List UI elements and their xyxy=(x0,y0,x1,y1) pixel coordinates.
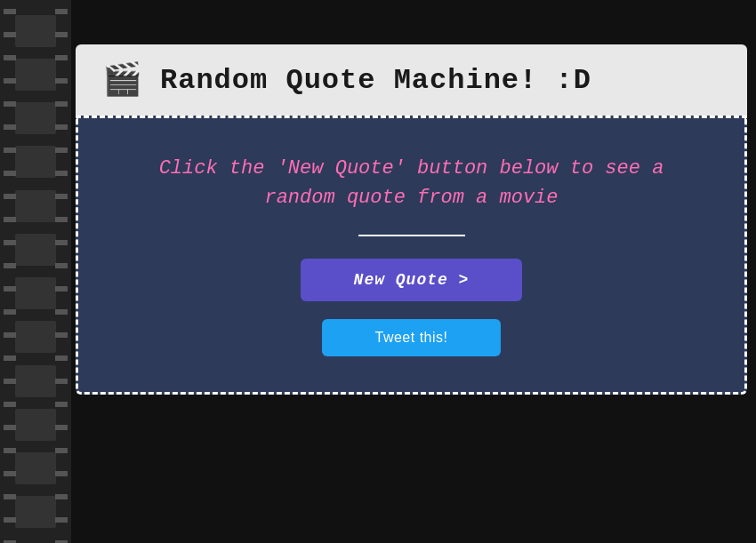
film-frame xyxy=(15,452,56,484)
film-frame xyxy=(15,496,56,528)
main-content: 🎬 Random Quote Machine! :D Click the 'Ne… xyxy=(76,44,747,395)
tweet-button[interactable]: Tweet this! xyxy=(322,319,502,356)
film-frame xyxy=(15,59,56,91)
new-quote-button[interactable]: New Quote > xyxy=(301,259,523,301)
quote-text: Click the 'New Quote' button below to se… xyxy=(123,154,700,212)
film-frame xyxy=(15,234,56,266)
film-frame xyxy=(15,277,56,309)
film-frame xyxy=(15,146,56,178)
quote-container: Click the 'New Quote' button below to se… xyxy=(76,116,747,395)
film-frame xyxy=(15,15,56,47)
film-frame xyxy=(15,321,56,353)
film-frame xyxy=(15,365,56,397)
film-frame xyxy=(15,409,56,441)
quote-divider xyxy=(358,235,465,236)
app-header: 🎬 Random Quote Machine! :D xyxy=(76,44,747,116)
film-strip-left xyxy=(0,0,71,543)
film-frame xyxy=(15,190,56,222)
app-title: Random Quote Machine! :D xyxy=(160,64,591,97)
film-frame xyxy=(15,102,56,134)
film-icon: 🎬 xyxy=(102,60,142,100)
